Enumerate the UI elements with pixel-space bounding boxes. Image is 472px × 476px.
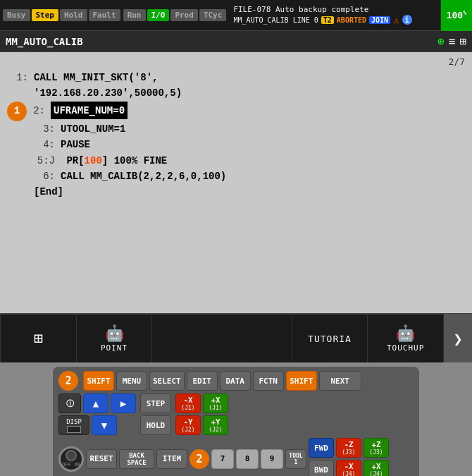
toolbar-point-btn[interactable]: 🤖 POINT — [77, 314, 153, 363]
arrow-up-btn[interactable]: ▲ — [83, 393, 108, 413]
item-btn[interactable]: ITEM — [156, 449, 187, 469]
tutoria-label: TUTORIA — [308, 334, 352, 344]
line-content-3: UTOOL_NUM=1 — [61, 121, 125, 137]
backspace-btn[interactable]: BACKSPACE — [119, 449, 154, 469]
prod-pill: Prod — [170, 9, 198, 21]
prog-controls: ⊕ ≡ ⊞ — [437, 35, 466, 48]
toolbar-arrow-btn[interactable]: ❯ — [444, 314, 472, 363]
info-icon[interactable]: i — [402, 15, 412, 25]
pos-x-j1-btn[interactable]: +X(J1) — [203, 393, 228, 413]
arrow-right-btn[interactable]: ▶ — [111, 393, 136, 413]
line-content-cont: '192.168.20.230',50000,5) — [34, 85, 182, 101]
neg-z-j3-btn[interactable]: -Z(J3) — [336, 438, 361, 458]
line-content-end: [End] — [34, 184, 63, 200]
grid-icon: ⊞ — [34, 329, 43, 347]
join-tag[interactable]: JOIN — [369, 16, 390, 24]
neg-y-j2-btn[interactable]: -Y(J2) — [175, 415, 201, 435]
zoom-in-icon[interactable]: ⊕ — [437, 35, 445, 48]
point-label: POINT — [101, 343, 128, 353]
file-title: FILE-078 Auto backup complete — [233, 5, 435, 14]
kb-row-2: ⓘ ▲ ▶ DISP ▼ STEP HOLD — [58, 393, 414, 435]
line-num-6: 6: — [34, 169, 55, 184]
code-lines: 1: CALL MM_INIT_SKT('8', '192.168.20.230… — [7, 70, 465, 200]
neg-x-j1-btn[interactable]: -X(J1) — [175, 393, 201, 413]
fwd-btn[interactable]: FWD — [309, 438, 334, 458]
program-title: MM_AUTO_CALIB — [6, 36, 437, 47]
status-title: FILE-078 Auto backup complete MM_AUTO_CA… — [229, 5, 440, 25]
next-btn[interactable]: NEXT — [319, 371, 361, 391]
line-content-5: PR[100] 100% FINE — [61, 153, 167, 169]
status-line2: MM_AUTO_CALIB LINE 0 T2 ABORTED JOIN ⚠ i — [233, 14, 435, 25]
fault-pill: Fault — [89, 9, 120, 21]
pos-z-j3-btn[interactable]: +Z(J3) — [364, 438, 389, 458]
select-btn[interactable]: SELECT — [149, 371, 185, 391]
grid-icon[interactable]: ⊞ — [459, 35, 466, 48]
code-line-1: 1: CALL MM_INIT_SKT('8', — [7, 70, 465, 85]
tcyc-pill: TCyc — [199, 9, 227, 21]
code-line-end: [End] — [34, 184, 465, 200]
edit-btn[interactable]: EDIT — [187, 371, 218, 391]
hold-pill: Hold — [60, 9, 87, 21]
run-pill: Run — [123, 9, 146, 21]
code-line-5: 5:J PR[100] 100% FINE — [34, 153, 465, 169]
status-pills: Busy Step Hold Fault Run I/O Prod TCyc — [0, 8, 229, 23]
line-content-1: CALL MM_INIT_SKT('8', — [34, 70, 158, 85]
toolbar-grid-btn[interactable]: ⊞ — [0, 314, 77, 363]
data-btn[interactable]: DATA — [220, 371, 251, 391]
keyboard-wrapper: 2 SHIFT MENU SELECT EDIT DATA FCTN SHIFT… — [53, 367, 419, 476]
line-content-4: PAUSE — [61, 137, 90, 152]
num-7-btn[interactable]: 7 — [211, 449, 234, 469]
neg-x-j4-btn[interactable]: -X(J4) — [336, 460, 361, 476]
hold-btn[interactable]: HOLD — [140, 415, 171, 435]
warn-icon: ⚠ — [393, 14, 399, 25]
toolbar-touchup-btn[interactable]: 🤖 TOUCHUP — [368, 314, 444, 363]
disp-btn[interactable]: DISP — [58, 415, 89, 435]
kb-row-1: 2 SHIFT MENU SELECT EDIT DATA FCTN SHIFT… — [58, 371, 414, 391]
info-btn[interactable]: ⓘ — [58, 393, 81, 413]
busy-pill: Busy — [3, 9, 30, 21]
code-line-4: 4: PAUSE — [34, 137, 465, 152]
circle-marker-2: 2 — [58, 371, 78, 391]
menu-btn[interactable]: MENU — [116, 371, 147, 391]
bwd-btn[interactable]: BWD — [309, 460, 334, 476]
circle-marker-1: 1 — [7, 102, 27, 121]
line-selected-2[interactable]: UFRAME_NUM=0 — [51, 102, 128, 118]
num-8-btn[interactable]: 8 — [236, 449, 259, 469]
pos-y-j2-btn[interactable]: +Y(J2) — [203, 415, 228, 435]
status-bar: Busy Step Hold Fault Run I/O Prod TCyc F… — [0, 0, 472, 31]
aborted-tag: ABORTED — [337, 16, 366, 24]
num-9-btn[interactable]: 9 — [261, 449, 283, 469]
page-indicator: 2/7 — [7, 56, 465, 67]
pos-x-j4-btn[interactable]: +X(J4) — [364, 460, 389, 476]
line-content-6: CALL MM_CALIB(2,2,2,6,0,100) — [61, 169, 226, 184]
point-icon: 🤖 — [105, 324, 124, 342]
code-line-3: 3: UTOOL_NUM=1 — [34, 121, 465, 137]
reset-btn[interactable]: RESET — [86, 449, 117, 469]
step-btn[interactable]: STEP — [140, 393, 171, 413]
keyboard-area: 2 SHIFT MENU SELECT EDIT DATA FCTN SHIFT… — [0, 362, 472, 476]
code-line-cont: '192.168.20.230',50000,5) — [34, 85, 465, 101]
step-pill[interactable]: Step — [32, 9, 59, 21]
toolbar-tutoria-btn[interactable]: TUTORIA — [292, 314, 368, 363]
arrow-down-btn[interactable]: ▼ — [92, 415, 117, 435]
line-num-1: 1: — [7, 70, 28, 85]
shift-btn-right[interactable]: SHIFT — [286, 371, 317, 391]
fctn-btn[interactable]: FCTN — [253, 371, 284, 391]
percent-badge: 100% — [440, 0, 472, 31]
line-num-4: 4: — [34, 137, 55, 152]
shift-btn-left[interactable]: SHIFT — [83, 371, 114, 391]
t2-tag: T2 — [321, 16, 334, 24]
menu-icon[interactable]: ≡ — [449, 35, 456, 48]
calib-label: MM_AUTO_CALIB LINE 0 — [233, 16, 318, 24]
code-line-6: 6: CALL MM_CALIB(2,2,2,6,0,100) — [34, 169, 465, 184]
touchup-icon: 🤖 — [396, 324, 415, 342]
line-num-5: 5:J — [34, 153, 55, 169]
kb-row-3: OFF ON RESET BACKSPACE ITEM 2 7 8 9 TOOL… — [58, 438, 414, 476]
touchup-label: TOUCHUP — [387, 343, 424, 353]
off-on-btn[interactable]: OFF ON — [58, 446, 84, 472]
code-area: 2/7 1: CALL MM_INIT_SKT('8', '192.168.20… — [0, 52, 472, 313]
tool-btn[interactable]: TOOL1 — [285, 449, 306, 469]
io-pill: I/O — [147, 9, 170, 21]
bottom-toolbar: ⊞ 🤖 POINT TUTORIA 🤖 TOUCHUP ❯ — [0, 313, 472, 362]
percent-value: 100% — [447, 10, 466, 20]
